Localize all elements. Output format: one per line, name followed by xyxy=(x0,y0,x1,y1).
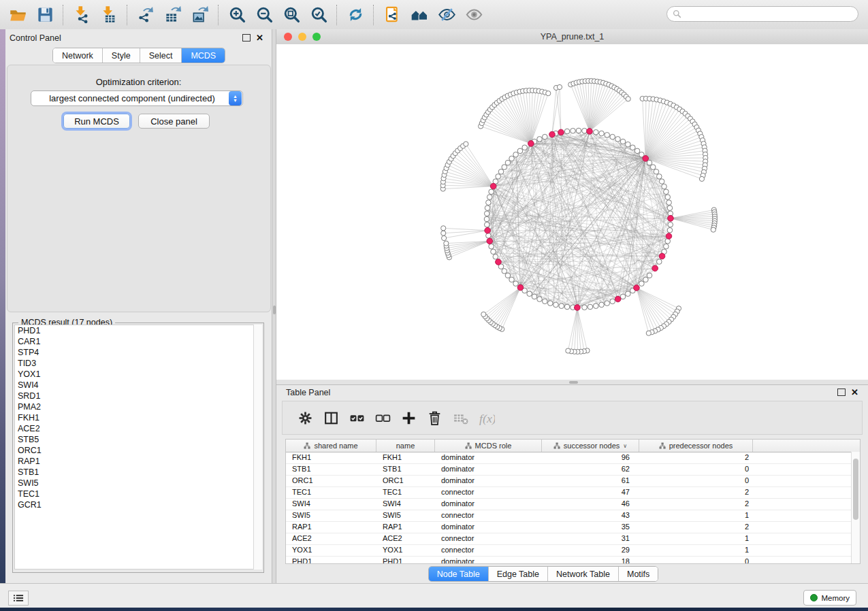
network-leaf-node[interactable] xyxy=(441,231,446,235)
network-mcds-hub-node[interactable] xyxy=(549,131,556,137)
network-node[interactable] xyxy=(654,169,659,175)
deselect-all-icon[interactable] xyxy=(370,406,396,430)
network-mcds-hub-node[interactable] xyxy=(490,183,496,189)
network-mcds-hub-node[interactable] xyxy=(487,238,493,244)
network-mcds-hub-node[interactable] xyxy=(615,296,621,302)
network-node[interactable] xyxy=(615,137,621,142)
network-node[interactable] xyxy=(666,200,672,205)
column-header-shared-name[interactable]: shared name xyxy=(286,440,376,452)
network-mcds-hub-node[interactable] xyxy=(659,253,665,259)
network-mcds-hub-node[interactable] xyxy=(587,129,593,135)
network-node[interactable] xyxy=(509,277,515,282)
delete-row-icon[interactable] xyxy=(421,406,447,430)
table-row[interactable]: TEC1TEC1connector472 xyxy=(286,487,860,499)
add-row-icon[interactable] xyxy=(396,406,421,430)
network-leaf-node[interactable] xyxy=(444,241,449,246)
network-mcds-hub-node[interactable] xyxy=(634,285,640,291)
mcds-result-item[interactable]: RAP1 xyxy=(15,456,253,467)
mcds-result-item[interactable]: CAR1 xyxy=(15,336,253,347)
network-node[interactable] xyxy=(502,165,507,170)
mcds-result-item[interactable]: PMA2 xyxy=(15,401,253,412)
column-header-predecessor-nodes[interactable]: predecessor nodes xyxy=(639,440,753,452)
network-node[interactable] xyxy=(505,160,511,165)
export-network-icon[interactable] xyxy=(132,3,159,27)
network-node[interactable] xyxy=(665,195,671,200)
network-node[interactable] xyxy=(667,227,673,233)
network-node[interactable] xyxy=(668,222,673,227)
network-node[interactable] xyxy=(485,205,490,211)
horizontal-splitter-handle[interactable] xyxy=(569,381,578,384)
mcds-result-item[interactable]: ACE2 xyxy=(15,423,253,434)
network-node[interactable] xyxy=(664,189,669,195)
table-row[interactable]: ORC1ORC1dominator610 xyxy=(286,476,860,487)
network-node[interactable] xyxy=(547,301,553,306)
table-row[interactable]: FKH1FKH1dominator962 xyxy=(286,452,860,464)
network-leaf-node[interactable] xyxy=(464,142,468,146)
table-row[interactable]: PHD1PHD1dominator180 xyxy=(286,557,860,564)
network-node[interactable] xyxy=(564,304,570,310)
network-node[interactable] xyxy=(543,134,548,139)
network-mcds-hub-node[interactable] xyxy=(666,233,672,240)
network-node[interactable] xyxy=(576,128,581,133)
network-node[interactable] xyxy=(493,254,498,260)
vertical-splitter[interactable] xyxy=(272,29,276,583)
tab-mcds[interactable]: MCDS xyxy=(182,48,225,63)
network-leaf-node[interactable] xyxy=(481,312,486,316)
close-table-panel-icon[interactable]: ✕ xyxy=(851,389,858,396)
float-panel-icon[interactable] xyxy=(242,34,251,42)
network-node[interactable] xyxy=(643,277,649,282)
network-node[interactable] xyxy=(489,189,494,195)
close-panel-icon[interactable]: ✕ xyxy=(256,35,263,42)
network-node[interactable] xyxy=(588,304,593,310)
network-node[interactable] xyxy=(657,259,662,265)
network-leaf-node[interactable] xyxy=(442,235,447,240)
network-node[interactable] xyxy=(650,165,656,170)
open-file-icon[interactable] xyxy=(4,3,31,27)
table-row[interactable]: YOX1YOX1connector291 xyxy=(286,545,860,557)
network-node[interactable] xyxy=(522,145,528,150)
network-node[interactable] xyxy=(486,233,492,239)
network-node[interactable] xyxy=(610,134,615,139)
mcds-result-item[interactable]: FKH1 xyxy=(15,412,253,423)
network-node[interactable] xyxy=(599,131,605,136)
criterion-dropdown[interactable]: largest connected component (undirected)… xyxy=(31,90,243,106)
network-node[interactable] xyxy=(664,244,669,249)
network-node[interactable] xyxy=(527,291,532,297)
network-node[interactable] xyxy=(491,249,496,254)
tab-network-table[interactable]: Network Table xyxy=(548,567,619,581)
network-node[interactable] xyxy=(605,133,610,138)
mcds-result-item[interactable]: YOX1 xyxy=(15,369,253,380)
network-mcds-hub-node[interactable] xyxy=(485,227,491,233)
network-node[interactable] xyxy=(517,148,523,154)
tab-node-table[interactable]: Node Table xyxy=(429,567,489,581)
network-node[interactable] xyxy=(505,273,511,278)
network-node[interactable] xyxy=(486,200,492,205)
column-header-MCDS-role[interactable]: MCDS role xyxy=(435,440,542,452)
network-node[interactable] xyxy=(484,222,489,227)
network-mcds-hub-node[interactable] xyxy=(496,259,502,265)
network-node[interactable] xyxy=(582,305,588,310)
mcds-result-item[interactable]: GCR1 xyxy=(15,499,253,510)
mcds-list-scrollbar[interactable] xyxy=(253,325,262,569)
network-node[interactable] xyxy=(513,281,519,286)
open-session-icon[interactable] xyxy=(379,3,406,27)
table-row[interactable]: SWI4SWI4dominator462 xyxy=(286,499,860,510)
network-mcds-hub-node[interactable] xyxy=(558,129,564,135)
refresh-view-icon[interactable] xyxy=(342,3,369,27)
tab-select[interactable]: Select xyxy=(140,48,182,63)
network-node[interactable] xyxy=(626,291,631,297)
horizontal-splitter[interactable] xyxy=(276,380,868,384)
network-node[interactable] xyxy=(484,211,489,216)
network-mcds-hub-node[interactable] xyxy=(668,216,674,222)
network-node[interactable] xyxy=(570,128,576,133)
import-network-icon[interactable] xyxy=(68,3,95,27)
network-node[interactable] xyxy=(502,269,507,274)
tab-network[interactable]: Network xyxy=(53,48,103,63)
network-mcds-hub-node[interactable] xyxy=(652,265,658,271)
table-row[interactable]: ACE2ACE2connector311 xyxy=(286,533,860,545)
column-header-name[interactable]: name xyxy=(376,440,435,452)
network-leaf-node[interactable] xyxy=(566,348,570,353)
network-node[interactable] xyxy=(630,145,636,150)
network-node[interactable] xyxy=(593,303,598,309)
memory-button[interactable]: Memory xyxy=(803,590,856,606)
